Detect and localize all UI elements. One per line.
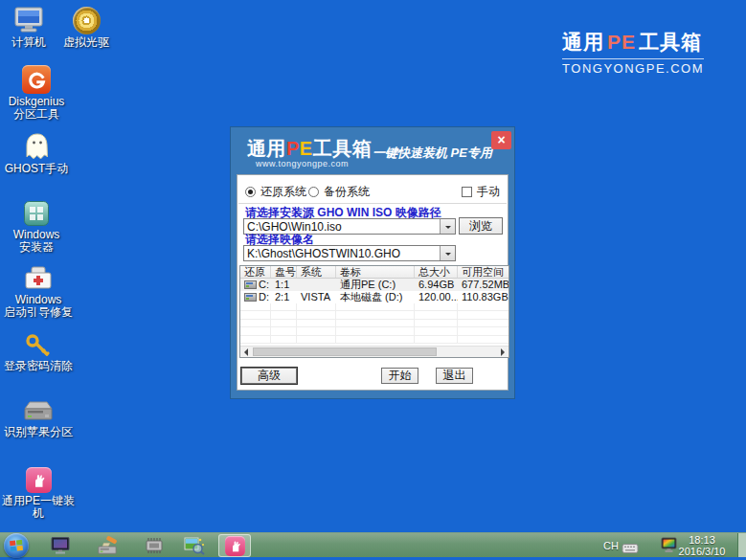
one-key-install-dialog: 通用PE工具箱 www.tongyongpe.com 一键快速装机 PE专用 ×… bbox=[230, 126, 515, 399]
desktop-icon-windows-installer[interactable]: Windows 安装器 bbox=[0, 198, 73, 254]
drive-icon bbox=[244, 293, 257, 302]
icon-label: 通用PE一键装 机 bbox=[2, 495, 75, 520]
cell-total: 120.00... bbox=[415, 291, 458, 303]
boot-repair-icon bbox=[22, 264, 55, 292]
desktop-icon-password-clear[interactable]: 登录密码清除 bbox=[0, 332, 77, 372]
chevron-down-icon[interactable] bbox=[440, 219, 455, 234]
desktop-icon-virtual-cdrom[interactable]: 虚拟光驱 bbox=[57, 5, 115, 49]
radio-backup-system[interactable]: 备份系统 bbox=[308, 184, 370, 200]
scroll-right-arrow[interactable] bbox=[497, 347, 509, 357]
icon-label: Windows 启动引导修复 bbox=[4, 294, 73, 319]
icon-label: 登录密码清除 bbox=[4, 360, 73, 372]
brand-e: E bbox=[300, 138, 313, 159]
scrollbar-thumb[interactable] bbox=[253, 347, 437, 356]
icon-label: GHOST手动 bbox=[5, 163, 69, 175]
close-icon[interactable]: × bbox=[491, 131, 511, 149]
col-free-space[interactable]: 可用空间 bbox=[458, 266, 509, 278]
diskgenius-icon bbox=[22, 63, 51, 94]
desktop-icon-boot-repair[interactable]: Windows 启动引导修复 bbox=[0, 264, 77, 319]
windows-flag-icon bbox=[10, 540, 23, 551]
cell-num: 1:1 bbox=[271, 279, 297, 291]
taskbar-icon-memory[interactable] bbox=[144, 536, 165, 555]
cell-sys: VISTA bbox=[297, 291, 336, 303]
cell-drive: C: bbox=[259, 279, 269, 290]
keyboard-icon[interactable] bbox=[622, 541, 639, 558]
desktop-icon-ghost-manual[interactable]: GHOST手动 bbox=[0, 131, 73, 175]
pe-installer-icon bbox=[26, 465, 52, 493]
start-button-orb[interactable] bbox=[4, 533, 29, 558]
dialog-tagline: 一键快速装机 PE专用 bbox=[373, 145, 492, 162]
exit-button[interactable]: 退出 bbox=[436, 368, 473, 384]
cell-num: 2:1 bbox=[271, 291, 297, 303]
cell-vol: 通用PE (C:) bbox=[336, 279, 415, 291]
clock-time: 18:13 bbox=[673, 534, 731, 546]
dialog-titlebar[interactable]: 通用PE工具箱 www.tongyongpe.com 一键快速装机 PE专用 × bbox=[231, 127, 514, 174]
col-total-size[interactable]: 总大小 bbox=[415, 266, 458, 278]
checkbox-label: 手动 bbox=[477, 184, 500, 200]
computer-icon bbox=[12, 4, 45, 34]
show-desktop-button[interactable] bbox=[737, 533, 746, 557]
brand-url: www.tongyongpe.com bbox=[256, 159, 349, 168]
wallpaper-logo-title: 通用PE工具箱 bbox=[562, 29, 704, 56]
partition-listview[interactable]: 还原 盘号 系统 卷标 总大小 可用空间 C: 1:1 通用PE (C:) 6.… bbox=[239, 265, 509, 358]
taskbar-icon-screenshot-tool[interactable] bbox=[184, 536, 205, 555]
desktop-icon-pe-one-key[interactable]: 通用PE一键装 机 bbox=[0, 465, 77, 520]
empty-row bbox=[240, 327, 509, 335]
windows-installer-icon bbox=[23, 198, 50, 227]
logo-divider bbox=[562, 58, 704, 59]
scroll-left-arrow[interactable] bbox=[240, 347, 252, 357]
clock-date: 2016/3/10 bbox=[673, 546, 731, 557]
separator bbox=[238, 203, 507, 204]
icon-label: 计算机 bbox=[11, 36, 46, 49]
cell-total: 6.94GB bbox=[415, 279, 458, 291]
taskbar-icon-disk-cleanup[interactable] bbox=[97, 536, 118, 555]
chevron-down-icon[interactable] bbox=[440, 246, 455, 260]
col-restore[interactable]: 还原 bbox=[240, 266, 271, 278]
icon-label: Diskgenius 分区工具 bbox=[9, 96, 65, 121]
col-volume[interactable]: 卷标 bbox=[336, 266, 415, 278]
wallpaper-logo: 通用PE工具箱 TONGYONGPE.COM bbox=[562, 29, 704, 76]
cell-free: 677.52MB bbox=[458, 279, 509, 291]
browse-button[interactable]: 浏览 bbox=[459, 217, 503, 235]
icon-label: 虚拟光驱 bbox=[63, 36, 109, 49]
mode-options-row: 还原系统 备份系统 手动 bbox=[245, 184, 500, 198]
brand-p: P bbox=[286, 138, 300, 159]
radio-circle bbox=[245, 187, 256, 197]
table-row[interactable]: C: 1:1 通用PE (C:) 6.94GB 677.52MB bbox=[240, 279, 509, 291]
language-indicator[interactable]: CH bbox=[603, 540, 619, 551]
advanced-button[interactable]: 高级 bbox=[241, 368, 297, 384]
taskbar-active-pe-installer[interactable] bbox=[218, 534, 251, 557]
table-row[interactable]: D: 2:1 VISTA 本地磁盘 (D:) 120.00... 110.83G… bbox=[240, 291, 509, 303]
brand-left: 通用 bbox=[247, 138, 286, 159]
desktop-icon-computer[interactable]: 计算机 bbox=[2, 4, 56, 49]
ghost-icon bbox=[21, 131, 53, 161]
checkbox-manual[interactable]: 手动 bbox=[462, 184, 500, 200]
radio-label: 备份系统 bbox=[324, 184, 370, 200]
logo-site-text: TONGYONGPE.COM bbox=[562, 61, 704, 76]
horizontal-scrollbar[interactable] bbox=[240, 346, 509, 357]
taskbar-icon-computer[interactable] bbox=[50, 536, 71, 555]
cell-vol: 本地磁盘 (D:) bbox=[336, 291, 415, 303]
start-button[interactable]: 开始 bbox=[381, 368, 418, 384]
desktop-icon-diskgenius[interactable]: Diskgenius 分区工具 bbox=[0, 63, 73, 121]
logo-text-left: 通用 bbox=[562, 31, 604, 53]
key-icon bbox=[24, 332, 53, 358]
cell-free: 110.83GB bbox=[458, 291, 509, 303]
col-system[interactable]: 系统 bbox=[297, 266, 336, 278]
empty-row bbox=[240, 303, 509, 311]
taskbar: CH 18:13 2016/3/10 bbox=[0, 532, 746, 557]
empty-row bbox=[240, 320, 509, 327]
dialog-panel: 还原系统 备份系统 手动 请选择安装源 GHO WIN ISO 映像路径 C:\… bbox=[237, 174, 509, 391]
image-name-combobox[interactable]: K:\Ghost\GHOSTWIN10.GHO bbox=[243, 245, 456, 261]
radio-restore-system[interactable]: 还原系统 bbox=[245, 184, 306, 200]
desktop-icon-apple-partition[interactable]: 识别苹果分区 bbox=[0, 397, 77, 438]
empty-row bbox=[240, 311, 509, 319]
logo-text-right: 工具箱 bbox=[639, 31, 702, 53]
pe-installer-icon bbox=[225, 536, 245, 556]
clock[interactable]: 18:13 2016/3/10 bbox=[673, 534, 731, 557]
image-name-value: K:\Ghost\GHOSTWIN10.GHO bbox=[244, 247, 440, 260]
col-disk-num[interactable]: 盘号 bbox=[271, 266, 297, 278]
logo-text-pe: PE bbox=[604, 31, 639, 53]
desktop: 通用PE工具箱 TONGYONGPE.COM 计算机 虚拟光驱 Diskgeni… bbox=[0, 0, 746, 560]
drive-icon bbox=[244, 280, 257, 289]
